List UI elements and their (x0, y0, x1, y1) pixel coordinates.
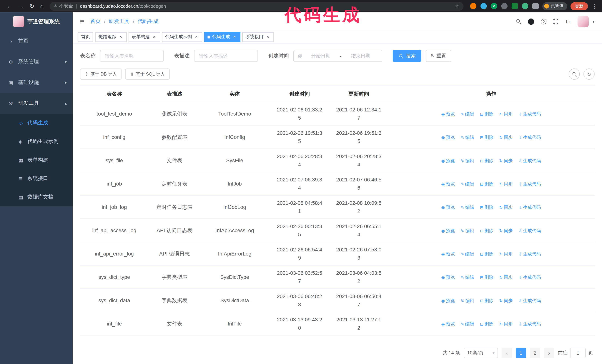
generate-code-link[interactable]: 生成代码 (519, 273, 541, 281)
github-icon[interactable] (528, 18, 534, 25)
import-sql-button[interactable]: 基于 SQL 导入 (125, 69, 170, 80)
goto-page-input[interactable] (570, 348, 586, 358)
extension-green-v-icon[interactable]: V (491, 3, 497, 9)
edit-link[interactable]: 编辑 (461, 133, 474, 141)
extension-people-icon[interactable] (501, 3, 507, 9)
search-icon[interactable] (516, 19, 521, 24)
extension-puzzle-icon[interactable] (532, 3, 538, 9)
page-size-select[interactable]: 10条/页 (464, 348, 498, 358)
profile-chip[interactable]: 已暂停 (542, 2, 567, 10)
preview-link[interactable]: 预览 (441, 227, 455, 235)
delete-link[interactable]: 删除 (480, 227, 493, 235)
preview-link[interactable]: 预览 (441, 180, 455, 188)
sync-link[interactable]: 同步 (499, 133, 513, 141)
preview-link[interactable]: 预览 (441, 296, 455, 305)
generate-code-link[interactable]: 生成代码 (519, 250, 541, 258)
nav-tab[interactable]: 首页 (78, 32, 93, 42)
delete-link[interactable]: 删除 (480, 273, 493, 281)
edit-link[interactable]: 编辑 (461, 227, 474, 235)
update-button[interactable]: 更新 (570, 2, 588, 10)
nav-tab[interactable]: 链路追踪 (95, 32, 127, 42)
close-icon[interactable] (194, 34, 199, 40)
generate-code-link[interactable]: 生成代码 (519, 320, 541, 328)
sync-link[interactable]: 同步 (499, 320, 513, 328)
next-page-button[interactable] (544, 348, 554, 358)
nav-tab[interactable]: 系统接口 (242, 32, 274, 42)
preview-link[interactable]: 预览 (441, 273, 455, 281)
generate-code-link[interactable]: 生成代码 (519, 203, 541, 211)
generate-code-link[interactable]: 生成代码 (519, 133, 541, 141)
sync-link[interactable]: 同步 (499, 250, 513, 258)
import-db-button[interactable]: 基于 DB 导入 (80, 69, 122, 80)
preview-link[interactable]: 预览 (441, 156, 455, 165)
close-icon[interactable] (232, 34, 237, 40)
forward-button[interactable] (18, 3, 24, 9)
delete-link[interactable]: 删除 (480, 156, 493, 165)
breadcrumb-link[interactable]: 首页 (90, 18, 101, 25)
sync-link[interactable]: 同步 (499, 110, 513, 118)
nav-tab[interactable]: 表单构建 (129, 32, 160, 42)
sidebar-subitem[interactable]: 表单构建 (0, 151, 73, 169)
edit-link[interactable]: 编辑 (461, 273, 474, 281)
extension-vue-leaf-icon[interactable] (522, 3, 528, 9)
edit-link[interactable]: 编辑 (461, 320, 474, 328)
refresh-button[interactable] (583, 69, 595, 80)
extension-green-card-icon[interactable] (511, 3, 518, 9)
edit-link[interactable]: 编辑 (461, 250, 474, 258)
sidebar-logo[interactable]: 芋道管理系统 (0, 12, 73, 31)
sidebar-subitem[interactable]: 代码生成 (0, 114, 73, 132)
sidebar-item[interactable]: 系统管理 (0, 52, 73, 72)
breadcrumb-link[interactable]: 代码生成 (138, 18, 158, 25)
generate-code-link[interactable]: 生成代码 (519, 156, 541, 165)
preview-link[interactable]: 预览 (441, 320, 455, 328)
sync-link[interactable]: 同步 (499, 227, 513, 235)
generate-code-link[interactable]: 生成代码 (519, 296, 541, 305)
kebab-menu-icon[interactable] (592, 3, 598, 10)
sync-link[interactable]: 同步 (499, 273, 513, 281)
edit-link[interactable]: 编辑 (461, 180, 474, 188)
help-icon[interactable] (541, 19, 547, 24)
avatar-caret-icon[interactable] (592, 19, 595, 24)
delete-link[interactable]: 删除 (480, 296, 493, 305)
date-range-picker[interactable]: 开始日期 - 结束日期 (293, 50, 382, 62)
nav-tab[interactable]: 代码生成示例 (162, 32, 202, 42)
user-avatar[interactable] (578, 16, 589, 27)
table-name-input[interactable] (100, 50, 164, 62)
bookmark-star-icon[interactable] (455, 3, 459, 9)
extension-orange-icon[interactable] (470, 3, 476, 9)
search-toggle-button[interactable] (569, 69, 580, 80)
generate-code-link[interactable]: 生成代码 (519, 110, 541, 118)
preview-link[interactable]: 预览 (441, 133, 455, 141)
breadcrumb-link[interactable]: 研发工具 (109, 18, 129, 25)
sidebar-subitem[interactable]: 数据库文档 (0, 188, 73, 206)
prev-page-button[interactable] (502, 348, 512, 358)
preview-link[interactable]: 预览 (441, 203, 455, 211)
edit-link[interactable]: 编辑 (461, 156, 474, 165)
preview-link[interactable]: 预览 (441, 250, 455, 258)
delete-link[interactable]: 删除 (480, 320, 493, 328)
home-button[interactable] (40, 3, 43, 9)
reset-button[interactable]: 重置 (426, 50, 451, 62)
extension-water-drop-icon[interactable] (480, 3, 487, 9)
page-button[interactable]: 2 (530, 348, 540, 358)
edit-link[interactable]: 编辑 (461, 203, 474, 211)
sync-link[interactable]: 同步 (499, 203, 513, 211)
address-bar[interactable]: 不安全 dashboard.yudao.iocoder.cn /tool/cod… (49, 2, 463, 10)
fullscreen-icon[interactable] (553, 19, 558, 24)
close-icon[interactable] (265, 34, 270, 40)
page-button[interactable]: 1 (516, 348, 526, 358)
generate-code-link[interactable]: 生成代码 (519, 227, 541, 235)
delete-link[interactable]: 删除 (480, 250, 493, 258)
close-icon[interactable] (151, 34, 157, 40)
sidebar-item[interactable]: 首页 (0, 31, 73, 52)
delete-link[interactable]: 删除 (480, 203, 493, 211)
sidebar-item[interactable]: 基础设施 (0, 72, 73, 93)
sidebar-subitem[interactable]: 代码生成示例 (0, 132, 73, 151)
sync-link[interactable]: 同步 (499, 296, 513, 305)
generate-code-link[interactable]: 生成代码 (519, 180, 541, 188)
delete-link[interactable]: 删除 (480, 133, 493, 141)
sync-link[interactable]: 同步 (499, 180, 513, 188)
nav-tab[interactable]: 代码生成 (204, 32, 240, 42)
sync-link[interactable]: 同步 (499, 156, 513, 165)
font-size-icon[interactable] (565, 19, 571, 24)
